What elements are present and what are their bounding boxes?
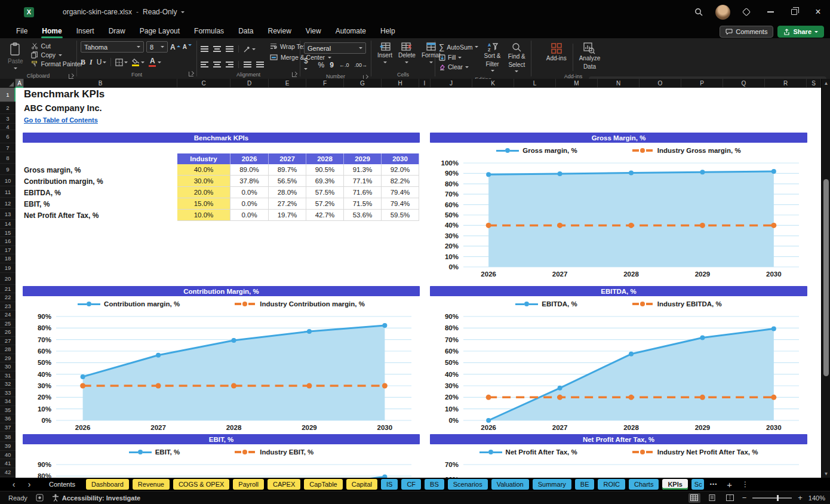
- year-cell[interactable]: 0.0%: [230, 198, 269, 210]
- row-header-16[interactable]: 16: [0, 237, 16, 246]
- row-header-38[interactable]: 38: [0, 432, 16, 442]
- column-header-M[interactable]: M: [556, 79, 598, 88]
- menu-tab-home[interactable]: Home: [35, 25, 68, 37]
- number-format-select[interactable]: General: [304, 42, 366, 54]
- menu-tab-file[interactable]: File: [10, 25, 34, 37]
- row-header-26[interactable]: 26: [0, 328, 16, 337]
- add-ins-button[interactable]: Add-ins: [546, 41, 567, 63]
- prev-sheet-icon[interactable]: ‹: [6, 480, 21, 489]
- select-all-corner[interactable]: [0, 79, 16, 88]
- industry-cell[interactable]: 40.0%: [177, 164, 230, 176]
- analyze-data-button[interactable]: AnalyzeData: [579, 41, 601, 70]
- year-cell[interactable]: 57.2%: [306, 198, 344, 210]
- year-cell[interactable]: 82.2%: [382, 176, 419, 187]
- chart-contribution[interactable]: Contribution Margin, %Contribution margi…: [23, 286, 420, 434]
- decrease-font-size-icon[interactable]: A: [183, 44, 192, 50]
- row-header-29[interactable]: 29: [0, 354, 16, 363]
- year-cell[interactable]: 91.3%: [344, 164, 382, 176]
- chart-npat[interactable]: Net Profit After Tax, %Net Profit After …: [430, 434, 807, 478]
- industry-cell[interactable]: 10.0%: [177, 210, 230, 221]
- year-cell[interactable]: 0.0%: [230, 210, 269, 221]
- sheet-tab-capital[interactable]: Capital: [346, 479, 377, 490]
- row-header-18[interactable]: 18: [0, 254, 16, 263]
- bold-icon[interactable]: B: [81, 58, 85, 67]
- decrease-indent-icon[interactable]: [244, 62, 251, 67]
- row-header-24[interactable]: 24: [0, 311, 16, 319]
- copy-button[interactable]: Copy: [31, 51, 82, 59]
- increase-decimal-icon[interactable]: ←.0: [339, 62, 349, 68]
- year-cell[interactable]: 28.0%: [269, 187, 306, 198]
- sheet-tab-payroll[interactable]: Payroll: [233, 479, 264, 490]
- font-color-icon[interactable]: A: [149, 57, 156, 67]
- menu-tab-view[interactable]: View: [299, 25, 328, 37]
- insert-cells-button[interactable]: Insert: [375, 41, 395, 66]
- year-cell[interactable]: 69.3%: [306, 176, 344, 187]
- sheet-tab-bs[interactable]: BS: [425, 479, 444, 490]
- row-header-36[interactable]: 36: [0, 414, 16, 423]
- table-of-contents-link[interactable]: Go to Table of Contents: [24, 116, 98, 124]
- menu-tab-page-layout[interactable]: Page Layout: [133, 25, 186, 37]
- share-button[interactable]: Share: [777, 26, 824, 38]
- column-header-L[interactable]: L: [514, 79, 556, 88]
- year-cell[interactable]: 59.5%: [382, 210, 419, 221]
- year-cell[interactable]: 19.7%: [269, 210, 306, 221]
- year-cell[interactable]: 37.8%: [230, 176, 269, 187]
- align-top-icon[interactable]: [201, 46, 208, 51]
- align-middle-icon[interactable]: [213, 46, 221, 51]
- year-cell[interactable]: 71.6%: [344, 187, 382, 198]
- clear-button[interactable]: Clear: [439, 63, 478, 70]
- row-header-1[interactable]: 1: [0, 88, 16, 102]
- sort-filter-button[interactable]: AZ Sort &Filter: [483, 41, 501, 76]
- comments-button[interactable]: Comments: [720, 26, 773, 38]
- sheet-tab-dashboard[interactable]: Dashboard: [86, 479, 129, 490]
- more-sheets-icon[interactable]: •••: [710, 481, 717, 487]
- menu-tab-data[interactable]: Data: [232, 25, 260, 37]
- year-cell[interactable]: 53.6%: [344, 210, 382, 221]
- row-header-19[interactable]: 19: [0, 263, 16, 273]
- cut-button[interactable]: Cut: [31, 42, 82, 50]
- menu-tab-formulas[interactable]: Formulas: [187, 25, 230, 37]
- alignment-dialog-launcher[interactable]: [292, 72, 297, 77]
- orientation-icon[interactable]: [244, 45, 256, 53]
- row-header-10[interactable]: 10: [0, 175, 16, 186]
- find-select-button[interactable]: Find &Select: [506, 41, 527, 76]
- year-cell[interactable]: 77.1%: [344, 176, 382, 187]
- excel-app-icon[interactable]: X: [24, 7, 34, 17]
- year-cell[interactable]: 79.4%: [382, 198, 419, 210]
- column-header-E[interactable]: E: [269, 79, 306, 88]
- sheet-tab-valuation[interactable]: Valuation: [491, 479, 529, 490]
- row-header-31[interactable]: 31: [0, 371, 16, 380]
- row-header-6[interactable]: 6: [0, 130, 16, 143]
- column-header-R[interactable]: R: [765, 79, 807, 88]
- read-only-badge[interactable]: Read-Only: [143, 8, 177, 16]
- decrease-decimal-icon[interactable]: .00→: [354, 62, 367, 68]
- sheet-tab-sc[interactable]: Sc: [691, 479, 704, 490]
- page-break-view-button[interactable]: [724, 493, 736, 503]
- row-header-14[interactable]: 14: [0, 220, 16, 229]
- zoom-level[interactable]: 140%: [809, 494, 825, 502]
- row-header-30[interactable]: 30: [0, 362, 16, 371]
- row-header-25[interactable]: 25: [0, 319, 16, 328]
- row-header-7[interactable]: 7: [0, 143, 16, 152]
- comma-style-icon[interactable]: 9: [330, 61, 334, 69]
- row-header-27[interactable]: 27: [0, 337, 16, 346]
- column-header-Q[interactable]: Q: [723, 79, 765, 88]
- next-sheet-icon[interactable]: ›: [21, 480, 37, 489]
- sheet-tab-summary[interactable]: Summary: [533, 479, 571, 490]
- chart-ebit[interactable]: EBIT, %EBIT, %Industry EBIT, %90%80%70%6…: [23, 434, 420, 478]
- year-cell[interactable]: 89.7%: [269, 164, 306, 176]
- row-header-34[interactable]: 34: [0, 397, 16, 406]
- scroll-down-icon[interactable]: ▼: [822, 469, 830, 478]
- sheet-tab-capex[interactable]: CAPEX: [268, 479, 300, 490]
- industry-cell[interactable]: 15.0%: [177, 198, 230, 210]
- increase-font-size-icon[interactable]: A: [170, 43, 180, 51]
- vertical-scroll-thumb[interactable]: [823, 179, 829, 376]
- row-header-13[interactable]: 13: [0, 209, 16, 220]
- sheet-tab-kpis[interactable]: KPIs: [662, 479, 687, 490]
- clipboard-dialog-launcher[interactable]: [69, 73, 74, 79]
- row-header-32[interactable]: 32: [0, 380, 16, 389]
- zoom-out-icon[interactable]: −: [742, 493, 747, 502]
- worksheet[interactable]: Benchmark KPIs ABC Company Inc. Go to Ta…: [16, 88, 821, 478]
- row-header-11[interactable]: 11: [0, 186, 16, 198]
- column-header-N[interactable]: N: [598, 79, 640, 88]
